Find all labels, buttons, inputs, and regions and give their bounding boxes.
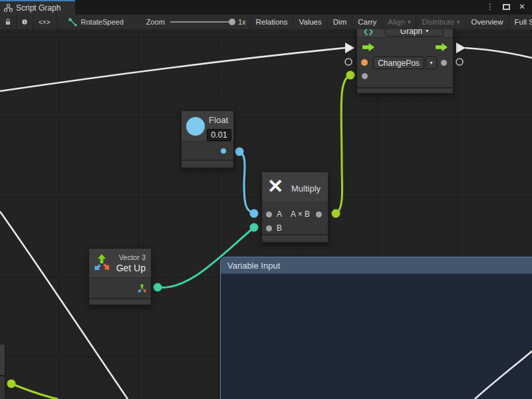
vector3-node-header: Vector 3 Get Up <box>89 249 151 278</box>
green-wire-end-dot[interactable] <box>346 71 355 80</box>
tab-bar: Script Graph ⋮ ✕ <box>0 0 532 15</box>
teal-wire-end-dot[interactable] <box>250 223 259 232</box>
script-machine-icon <box>364 29 373 36</box>
tab-script-graph[interactable]: Script Graph <box>0 0 75 15</box>
changepos-caret-button[interactable]: ▾ <box>426 57 437 69</box>
blue-wire-end-dot[interactable] <box>250 209 259 218</box>
info-icon: i <box>22 18 27 26</box>
green-bottom-dot[interactable] <box>7 380 16 388</box>
zoom-slider-handle[interactable] <box>229 19 235 25</box>
rotatespeed-graph-icon <box>68 18 77 27</box>
vector3-node[interactable]: Vector 3 Get Up <box>88 248 152 305</box>
lock-icon <box>5 18 11 26</box>
control-arrowhead-out <box>456 43 466 53</box>
port-result-label: A × B <box>291 209 310 219</box>
blue-wire-start-dot[interactable] <box>235 148 244 156</box>
window-menu-icon[interactable]: ⋮ <box>486 2 494 11</box>
dim-button[interactable]: Dim <box>327 15 352 29</box>
port-a[interactable] <box>266 211 272 217</box>
graph-hierarchy-icon <box>4 4 13 12</box>
code-icon: <×> <box>39 19 51 26</box>
variable-input-header[interactable]: Variable Input <box>221 257 532 274</box>
teal-wire-start-dot[interactable] <box>154 283 162 292</box>
carry-button[interactable]: Carry <box>352 15 382 29</box>
distribute-dropdown[interactable]: Distribute ▾ <box>416 15 465 29</box>
multiply-node[interactable]: ✕ Multiply A A × B B <box>261 172 329 243</box>
port-b[interactable] <box>266 225 272 231</box>
variable-input-title: Variable Input <box>227 261 280 271</box>
float-node-header: Float <box>182 111 233 142</box>
orange-value-port[interactable] <box>361 59 368 66</box>
float-node-title: Float <box>209 115 228 125</box>
partial-node-body[interactable] <box>0 376 5 399</box>
multiply-node-body: A A × B B <box>262 203 328 234</box>
info-button[interactable]: i <box>17 15 33 29</box>
maximize-icon[interactable] <box>503 4 510 10</box>
wire-multiply-to-graph[interactable] <box>336 75 350 213</box>
align-dropdown[interactable]: Align ▾ <box>382 15 416 29</box>
multiply-x-icon: ✕ <box>267 175 283 198</box>
vector3-node-footer <box>89 298 151 304</box>
wire-diagonal[interactable] <box>0 211 128 399</box>
unconnected-port-right[interactable] <box>456 59 463 65</box>
vector3-icon <box>92 253 111 272</box>
multiply-node-footer <box>262 234 328 240</box>
vector3-type-label: Vector 3 <box>119 253 146 261</box>
zoom-control: Zoom 1x <box>130 15 250 29</box>
zoom-value: 1x <box>238 18 246 26</box>
port-b-label: B <box>277 223 282 233</box>
changepos-dropdown[interactable]: ChangePos <box>373 57 424 69</box>
code-view-button[interactable]: <×> <box>33 15 57 29</box>
gray-input-port[interactable] <box>362 73 368 79</box>
fullscreen-button[interactable]: Full Screen <box>509 15 532 29</box>
vector3-node-body <box>89 278 151 298</box>
zoom-slider[interactable] <box>170 21 233 23</box>
wire-bottom-left[interactable] <box>11 384 58 399</box>
graph-source-dropdown[interactable]: Graph ▾ <box>385 29 444 37</box>
graph-event-node[interactable]: Graph ▾ ChangePos ▾ <box>356 29 454 94</box>
wire-control-in[interactable] <box>0 48 345 91</box>
control-arrowhead-in <box>345 43 354 53</box>
graph-node-body: ChangePos ▾ <box>357 38 453 87</box>
chevron-down-icon: ▾ <box>430 60 432 66</box>
zoom-label: Zoom <box>146 18 165 26</box>
lock-button[interactable] <box>0 15 17 29</box>
partial-node-header[interactable] <box>0 344 5 376</box>
values-button[interactable]: Values <box>293 15 327 29</box>
flow-output-arrow-icon <box>436 43 448 52</box>
script-graph-window: Script Graph ⋮ ✕ i <×> <box>0 0 532 399</box>
tab-label: Script Graph <box>16 3 61 13</box>
close-icon[interactable]: ✕ <box>519 2 525 11</box>
toolbar-right-buttons: Relations Values Dim Carry Align ▾ Distr… <box>250 15 532 29</box>
flow-input-arrow-icon <box>362 43 374 52</box>
graph-node-footer <box>357 87 453 93</box>
gray-output-port[interactable] <box>441 60 447 66</box>
relations-button[interactable]: Relations <box>250 15 293 29</box>
port-a-label: A <box>277 209 282 219</box>
graph-name-area: RotateSpeed <box>57 15 130 29</box>
green-wire-start-dot[interactable] <box>332 209 340 218</box>
chevron-down-icon: ▾ <box>408 19 411 25</box>
float-node[interactable]: Float <box>181 110 234 168</box>
graph-toolbar: i <×> RotateSpeed Zoom 1x Relations Valu… <box>0 15 532 29</box>
vector3-output-port-icon[interactable] <box>137 283 147 293</box>
wire-float-to-multiply[interactable] <box>239 152 254 213</box>
float-node-footer <box>182 160 233 166</box>
float-value-input[interactable] <box>207 129 231 141</box>
unconnected-port-left[interactable] <box>345 59 352 65</box>
variable-input-group[interactable]: Variable Input <box>220 257 532 399</box>
overview-button[interactable]: Overview <box>466 15 509 29</box>
chevron-down-icon: ▾ <box>457 19 460 25</box>
chevron-down-icon: ▾ <box>426 29 428 34</box>
float-type-icon <box>186 117 205 136</box>
graph-node-header: Graph ▾ <box>357 29 453 38</box>
graph-canvas[interactable]: Variable Input <box>0 29 532 399</box>
graph-name-label: RotateSpeed <box>81 18 124 26</box>
multiply-node-header: ✕ Multiply <box>262 172 328 203</box>
vector3-node-title: Get Up <box>116 263 146 273</box>
float-output-port[interactable] <box>221 148 226 154</box>
wire-control-out[interactable] <box>465 48 532 58</box>
port-result[interactable] <box>316 211 322 217</box>
float-node-body <box>182 142 233 160</box>
multiply-node-title: Multiply <box>291 184 321 194</box>
